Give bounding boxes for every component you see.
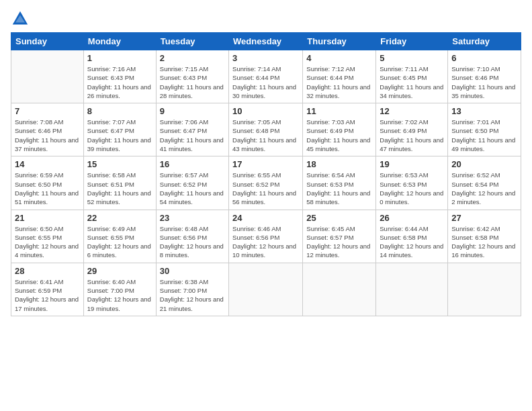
- day-info: Sunrise: 7:14 AM Sunset: 6:44 PM Dayligh…: [232, 64, 299, 100]
- calendar-cell: [11, 50, 84, 103]
- day-info: Sunrise: 6:57 AM Sunset: 6:52 PM Dayligh…: [160, 171, 225, 206]
- day-info: Sunrise: 6:49 AM Sunset: 6:55 PM Dayligh…: [87, 224, 152, 260]
- weekday-header-sunday: Sunday: [11, 33, 84, 50]
- calendar-cell: 4Sunrise: 7:12 AM Sunset: 6:44 PM Daylig…: [303, 50, 376, 103]
- calendar-cell: 12Sunrise: 7:02 AM Sunset: 6:49 PM Dayli…: [376, 103, 448, 156]
- calendar-cell: 16Sunrise: 6:57 AM Sunset: 6:52 PM Dayli…: [156, 156, 228, 210]
- day-number: 15: [87, 159, 152, 169]
- weekday-header-tuesday: Tuesday: [156, 33, 228, 50]
- day-number: 3: [232, 53, 299, 63]
- calendar-cell: 21Sunrise: 6:50 AM Sunset: 6:55 PM Dayli…: [11, 210, 84, 263]
- weekday-header-wednesday: Wednesday: [229, 33, 303, 50]
- calendar-cell: 3Sunrise: 7:14 AM Sunset: 6:44 PM Daylig…: [229, 50, 303, 103]
- day-info: Sunrise: 7:02 AM Sunset: 6:49 PM Dayligh…: [380, 118, 444, 153]
- day-number: 1: [87, 53, 152, 63]
- day-info: Sunrise: 7:16 AM Sunset: 6:43 PM Dayligh…: [87, 64, 152, 100]
- calendar-cell: 30Sunrise: 6:38 AM Sunset: 7:00 PM Dayli…: [156, 263, 228, 316]
- calendar-cell: 19Sunrise: 6:53 AM Sunset: 6:53 PM Dayli…: [376, 156, 448, 210]
- day-number: 19: [380, 159, 444, 169]
- day-info: Sunrise: 6:52 AM Sunset: 6:54 PM Dayligh…: [451, 171, 517, 206]
- day-number: 30: [160, 266, 225, 276]
- day-number: 12: [380, 106, 444, 116]
- day-number: 24: [232, 213, 299, 223]
- day-info: Sunrise: 6:38 AM Sunset: 7:00 PM Dayligh…: [160, 277, 225, 313]
- header: [11, 7, 521, 28]
- day-info: Sunrise: 6:45 AM Sunset: 6:57 PM Dayligh…: [306, 224, 372, 260]
- day-info: Sunrise: 7:01 AM Sunset: 6:50 PM Dayligh…: [451, 118, 517, 153]
- day-number: 4: [306, 53, 372, 63]
- calendar-cell: 10Sunrise: 7:05 AM Sunset: 6:48 PM Dayli…: [229, 103, 303, 156]
- day-info: Sunrise: 6:54 AM Sunset: 6:53 PM Dayligh…: [306, 171, 372, 206]
- day-info: Sunrise: 7:06 AM Sunset: 6:47 PM Dayligh…: [160, 118, 225, 153]
- day-number: 17: [232, 159, 299, 169]
- calendar-cell: 14Sunrise: 6:59 AM Sunset: 6:50 PM Dayli…: [11, 156, 84, 210]
- logo-area: [11, 7, 31, 28]
- day-info: Sunrise: 7:07 AM Sunset: 6:47 PM Dayligh…: [87, 118, 152, 153]
- day-info: Sunrise: 6:44 AM Sunset: 6:58 PM Dayligh…: [380, 224, 444, 260]
- calendar-cell: 1Sunrise: 7:16 AM Sunset: 6:43 PM Daylig…: [83, 50, 156, 103]
- day-number: 7: [15, 106, 80, 116]
- day-info: Sunrise: 6:50 AM Sunset: 6:55 PM Dayligh…: [15, 224, 80, 260]
- weekday-header-thursday: Thursday: [303, 33, 376, 50]
- day-number: 28: [15, 266, 80, 276]
- calendar-cell: 7Sunrise: 7:08 AM Sunset: 6:46 PM Daylig…: [11, 103, 84, 156]
- calendar-cell: [448, 263, 521, 316]
- day-info: Sunrise: 6:42 AM Sunset: 6:58 PM Dayligh…: [451, 224, 517, 260]
- week-row-0: 1Sunrise: 7:16 AM Sunset: 6:43 PM Daylig…: [11, 50, 521, 103]
- logo-icon: [11, 9, 30, 28]
- day-number: 26: [380, 213, 444, 223]
- day-number: 18: [306, 159, 372, 169]
- week-row-3: 21Sunrise: 6:50 AM Sunset: 6:55 PM Dayli…: [11, 210, 521, 263]
- calendar: SundayMondayTuesdayWednesdayThursdayFrid…: [11, 32, 521, 316]
- day-number: 20: [451, 159, 517, 169]
- calendar-cell: 26Sunrise: 6:44 AM Sunset: 6:58 PM Dayli…: [376, 210, 448, 263]
- calendar-cell: 6Sunrise: 7:10 AM Sunset: 6:46 PM Daylig…: [448, 50, 521, 103]
- day-info: Sunrise: 6:40 AM Sunset: 7:00 PM Dayligh…: [87, 277, 152, 313]
- day-number: 9: [160, 106, 225, 116]
- page: SundayMondayTuesdayWednesdayThursdayFrid…: [0, 0, 532, 411]
- calendar-cell: 28Sunrise: 6:41 AM Sunset: 6:59 PM Dayli…: [11, 263, 84, 316]
- day-number: 2: [160, 53, 225, 63]
- weekday-header-friday: Friday: [376, 33, 448, 50]
- calendar-cell: 22Sunrise: 6:49 AM Sunset: 6:55 PM Dayli…: [83, 210, 156, 263]
- week-row-1: 7Sunrise: 7:08 AM Sunset: 6:46 PM Daylig…: [11, 103, 521, 156]
- day-number: 21: [15, 213, 80, 223]
- calendar-cell: 11Sunrise: 7:03 AM Sunset: 6:49 PM Dayli…: [303, 103, 376, 156]
- day-number: 13: [451, 106, 517, 116]
- calendar-cell: 2Sunrise: 7:15 AM Sunset: 6:43 PM Daylig…: [156, 50, 228, 103]
- day-number: 11: [306, 106, 372, 116]
- calendar-cell: [376, 263, 448, 316]
- calendar-cell: 9Sunrise: 7:06 AM Sunset: 6:47 PM Daylig…: [156, 103, 228, 156]
- day-number: 27: [451, 213, 517, 223]
- day-info: Sunrise: 6:46 AM Sunset: 6:56 PM Dayligh…: [232, 224, 299, 260]
- calendar-cell: 17Sunrise: 6:55 AM Sunset: 6:52 PM Dayli…: [229, 156, 303, 210]
- day-number: 8: [87, 106, 152, 116]
- day-info: Sunrise: 7:12 AM Sunset: 6:44 PM Dayligh…: [306, 64, 372, 100]
- day-info: Sunrise: 7:08 AM Sunset: 6:46 PM Dayligh…: [15, 118, 80, 153]
- weekday-header-saturday: Saturday: [448, 33, 521, 50]
- calendar-cell: 24Sunrise: 6:46 AM Sunset: 6:56 PM Dayli…: [229, 210, 303, 263]
- day-info: Sunrise: 7:15 AM Sunset: 6:43 PM Dayligh…: [160, 64, 225, 100]
- calendar-cell: [229, 263, 303, 316]
- day-number: 23: [160, 213, 225, 223]
- calendar-cell: 27Sunrise: 6:42 AM Sunset: 6:58 PM Dayli…: [448, 210, 521, 263]
- day-info: Sunrise: 7:03 AM Sunset: 6:49 PM Dayligh…: [306, 118, 372, 153]
- calendar-cell: [303, 263, 376, 316]
- day-info: Sunrise: 6:41 AM Sunset: 6:59 PM Dayligh…: [15, 277, 80, 313]
- calendar-cell: 18Sunrise: 6:54 AM Sunset: 6:53 PM Dayli…: [303, 156, 376, 210]
- day-number: 22: [87, 213, 152, 223]
- day-number: 6: [451, 53, 517, 63]
- weekday-header-row: SundayMondayTuesdayWednesdayThursdayFrid…: [11, 33, 521, 50]
- day-number: 29: [87, 266, 152, 276]
- calendar-cell: 29Sunrise: 6:40 AM Sunset: 7:00 PM Dayli…: [83, 263, 156, 316]
- calendar-cell: 15Sunrise: 6:58 AM Sunset: 6:51 PM Dayli…: [83, 156, 156, 210]
- day-info: Sunrise: 6:59 AM Sunset: 6:50 PM Dayligh…: [15, 171, 80, 206]
- day-number: 10: [232, 106, 299, 116]
- calendar-cell: 13Sunrise: 7:01 AM Sunset: 6:50 PM Dayli…: [448, 103, 521, 156]
- day-info: Sunrise: 7:10 AM Sunset: 6:46 PM Dayligh…: [451, 64, 517, 100]
- weekday-header-monday: Monday: [83, 33, 156, 50]
- calendar-cell: 8Sunrise: 7:07 AM Sunset: 6:47 PM Daylig…: [83, 103, 156, 156]
- day-number: 25: [306, 213, 372, 223]
- calendar-cell: 25Sunrise: 6:45 AM Sunset: 6:57 PM Dayli…: [303, 210, 376, 263]
- day-info: Sunrise: 6:48 AM Sunset: 6:56 PM Dayligh…: [160, 224, 225, 260]
